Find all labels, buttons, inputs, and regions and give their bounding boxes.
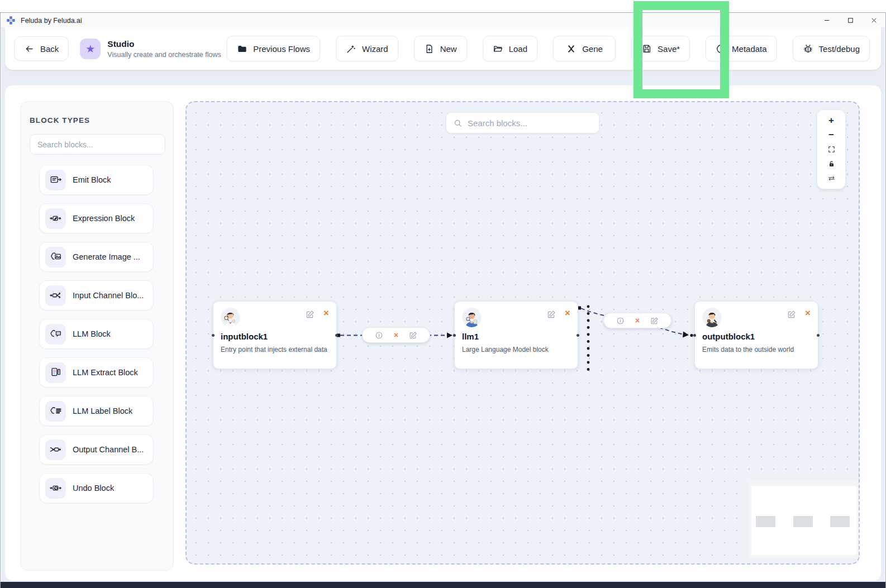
window-title: Feluda by Feluda.ai <box>21 17 82 25</box>
edit-node-icon[interactable] <box>547 310 556 321</box>
button-label: Metadata <box>732 44 767 54</box>
minimap[interactable] <box>748 480 860 558</box>
button-label: Gene <box>582 44 603 54</box>
node-output-handle[interactable] <box>817 334 820 337</box>
canvas-search-input[interactable] <box>468 118 585 128</box>
edge-edit-icon[interactable] <box>650 317 659 325</box>
node-output-handle[interactable] <box>335 334 338 337</box>
search-icon <box>453 118 463 128</box>
avatar <box>221 308 240 327</box>
minimap-node <box>756 516 775 527</box>
delete-node-icon[interactable]: × <box>805 308 811 318</box>
generate-icon <box>566 44 577 54</box>
block-label: Generate Image ... <box>73 252 140 261</box>
block-label: Expression Block <box>73 214 135 223</box>
edge1-toolbar: × <box>362 327 430 343</box>
edit-node-icon[interactable] <box>787 310 796 321</box>
save-button[interactable]: Save* <box>631 36 690 61</box>
node-input-handle[interactable] <box>453 334 456 337</box>
avatar <box>462 308 482 327</box>
edge-delete-icon[interactable]: × <box>635 317 640 324</box>
sidebar-item-llm-block[interactable]: LLM Block <box>39 319 154 349</box>
back-arrow-icon <box>24 44 35 54</box>
button-label: Previous Flows <box>253 44 310 54</box>
save-icon <box>641 44 652 54</box>
button-label: Test/debug <box>819 44 860 54</box>
edge-info-icon[interactable] <box>375 331 383 340</box>
wand-icon <box>346 44 356 54</box>
fit-view-button[interactable] <box>821 143 841 156</box>
node-output-handle[interactable] <box>577 334 579 337</box>
studio-star-icon: ★ <box>80 39 101 59</box>
swap-arrows-icon <box>827 174 836 183</box>
node-description: Emits data to the outside world <box>702 346 811 353</box>
folder-icon <box>237 44 247 54</box>
button-label: New <box>440 44 457 54</box>
load-button[interactable]: Load <box>483 36 537 61</box>
button-label: Save* <box>658 44 680 54</box>
maximize-button[interactable] <box>839 13 862 28</box>
feluda-logo-icon <box>6 16 16 25</box>
sidebar-item-undo-block[interactable]: Undo Block <box>39 473 154 503</box>
test-debug-button[interactable]: Test/debug <box>793 36 870 61</box>
node-title: inputblock1 <box>221 332 329 341</box>
block-label: Input Channel Blo... <box>73 291 144 300</box>
sidebar-item-llm-label-block[interactable]: LLM Label Block <box>39 396 154 426</box>
minimize-button[interactable] <box>815 13 839 28</box>
sidebar-title: BLOCK TYPES <box>30 116 164 125</box>
sidebar-search-input[interactable] <box>30 134 165 155</box>
close-button[interactable] <box>862 13 885 28</box>
bug-icon <box>803 44 813 54</box>
sidebar-item-expression-block[interactable]: Expression Block <box>39 203 154 233</box>
node-input-handle[interactable] <box>212 334 215 337</box>
window-bottom-edge <box>1 582 885 588</box>
sidebar-item-output-channel-block[interactable]: Output Channel B... <box>39 434 154 465</box>
button-label: Load <box>509 44 527 54</box>
edge1-arrowhead <box>447 333 452 338</box>
generate-image-icon <box>45 247 66 267</box>
wizard-button[interactable]: Wizard <box>336 36 398 61</box>
sidebar-item-generate-image-block[interactable]: Generate Image ... <box>39 242 154 272</box>
block-type-list: Emit Block Expression Block Generate Ima… <box>30 165 164 503</box>
canvas-search <box>446 112 599 133</box>
metadata-button[interactable]: Metadata <box>706 36 777 61</box>
generate-button[interactable]: Gene <box>553 36 616 61</box>
sidebar-item-emit-block[interactable]: Emit Block <box>39 165 154 195</box>
output-channel-icon <box>45 439 66 460</box>
input-channel-icon <box>45 285 66 306</box>
lock-button[interactable] <box>821 157 841 170</box>
zoom-out-button[interactable]: − <box>821 128 841 141</box>
node-llm1[interactable]: × llm1 Large Language Model block <box>454 301 578 369</box>
new-button[interactable]: New <box>414 36 467 61</box>
edge2-toolbar: × <box>603 313 671 328</box>
folder-open-icon <box>493 44 503 54</box>
back-button[interactable]: Back <box>14 36 69 61</box>
block-label: Output Channel B... <box>73 445 144 454</box>
node-title: outputblock1 <box>702 332 811 341</box>
sidebar-item-input-channel-block[interactable]: Input Channel Blo... <box>39 280 154 310</box>
delete-node-icon[interactable]: × <box>323 308 329 318</box>
node-outputblock1[interactable]: × outputblock1 Emits data to the outside… <box>694 301 818 369</box>
node-inputblock1[interactable]: × inputblock1 Entry point that injects e… <box>213 301 337 369</box>
back-label: Back <box>40 44 59 54</box>
block-types-sidebar: BLOCK TYPES Emit Block Expression Block <box>20 101 174 571</box>
delete-node-icon[interactable]: × <box>565 308 570 318</box>
block-label: Undo Block <box>73 484 114 493</box>
flow-canvas[interactable]: + − <box>185 101 860 565</box>
studio-heading: Studio Visually create and orchestrate f… <box>107 39 221 59</box>
app-window: Feluda by Feluda.ai Back ★ Studio Visual… <box>0 12 886 588</box>
zoom-in-button[interactable]: + <box>821 114 841 127</box>
edge-delete-icon[interactable]: × <box>394 331 398 339</box>
node-description: Entry point that injects external data <box>221 346 329 353</box>
previous-flows-button[interactable]: Previous Flows <box>227 36 320 61</box>
toolbar-actions: Previous Flows Wizard New Load Gene Save… <box>227 36 870 61</box>
edit-node-icon[interactable] <box>306 310 315 321</box>
node-input-handle[interactable] <box>693 334 696 337</box>
button-label: Wizard <box>362 44 388 54</box>
minimap-viewport <box>751 486 856 555</box>
sidebar-item-llm-extract-block[interactable]: LLM Extract Block <box>39 357 154 388</box>
swap-direction-button[interactable] <box>821 172 841 185</box>
toolbar: Back ★ Studio Visually create and orches… <box>5 27 881 70</box>
edge-edit-icon[interactable] <box>409 331 417 340</box>
edge-info-icon[interactable] <box>616 317 625 325</box>
